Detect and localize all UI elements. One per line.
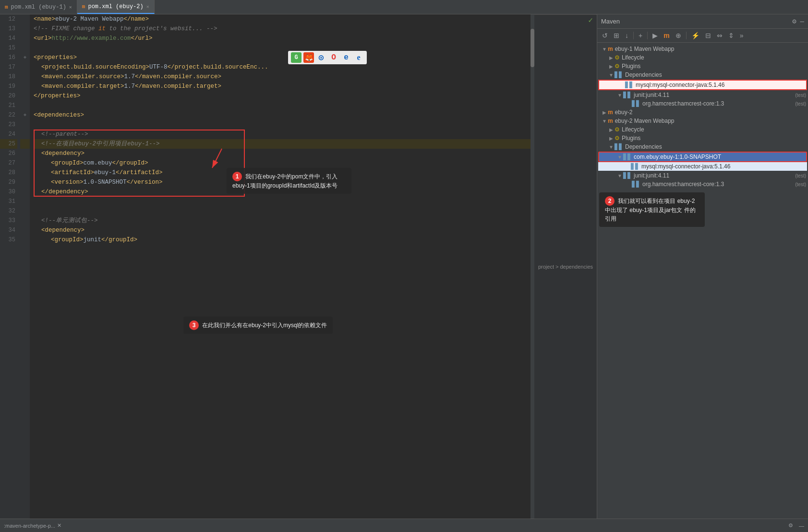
tree-lifecycle-1[interactable]: ⚙ Lifecycle [597,53,808,62]
tree-ebuy1-dep-wrapper: ▋▋ com.ebuy:ebuy-1:1.0-SNAPSHOT ▋▋ mysql… [598,152,807,171]
tree-lifecycle-2[interactable]: ⚙ Lifecycle [597,125,808,134]
tree-junit-2[interactable]: ▋▋ junit:junit:4.11 (test) [597,171,808,180]
maven-icon-ebuy2root: m [608,109,613,116]
dep-icon-junit2: ▋▋ [623,172,632,179]
tree-deps-2[interactable]: ▋▋ Dependencies [597,142,808,151]
tree-label-ebuy1: ebuy-1 Maven Webapp [615,46,806,52]
tree-label-deps1: Dependencies [625,71,806,78]
annotation-number-2: 2 [605,196,615,206]
tree-arrow-ebuy2webapp[interactable] [601,118,608,124]
run-button[interactable]: ▶ [651,31,660,40]
tree-hamcrest-1[interactable]: ▋▋ org.hamcrest:hamcrest-core:1.3 (test) [597,99,808,108]
tree-ebuy1-root[interactable]: m ebuy-1 Maven Webapp [597,45,808,53]
tree-arrow-lifecycle2[interactable] [608,127,615,132]
annotation-text-3: 在此我们并么有在ebuy-2中引入mysql的依赖文件 [202,322,327,329]
code-line-29: <version>1.0-SNAPSHOT</version> [34,177,531,187]
code-line-25: <!--在项目ebuy-2中引用项目ebuy-1--> [34,139,531,149]
bolt-button[interactable]: ⚡ [689,31,701,40]
tree-plugins-1[interactable]: ⚙ Plugins [597,62,808,71]
tree-junit-1[interactable]: ▋▋ junit:junit:4.11 (test) [597,91,808,99]
folder-icon-plugins1: ⚙ [615,63,620,70]
code-line-28: <artifactId>ebuy-1</artifactId> [34,168,531,177]
tree-mysql-ebuy1[interactable]: ▋▋ mysql:mysql-connector-java:5.1.46 [598,80,807,90]
add-button[interactable]: + [637,31,644,40]
maven-icon-2: m [82,4,85,10]
dep-icon-mysql1: ▋▋ [625,82,634,88]
refresh-button[interactable]: ⊞ [612,31,621,40]
gutter-icon[interactable]: ◈ [20,110,30,120]
tree-arrow-plugins1[interactable] [608,64,615,69]
tree-ebuy1-dep[interactable]: ▋▋ com.ebuy:ebuy-1:1.0-SNAPSHOT [598,152,807,162]
dep-icon-2: ▋▋ [615,143,623,150]
code-line-19: <maven.compiler.target>1.7</maven.compil… [34,82,531,91]
status-project[interactable]: :maven-archetype-p... ✕ [4,522,61,529]
tree-arrow-junit2[interactable] [616,173,623,178]
toolbar-sep-1 [633,32,634,39]
tree-deps-1[interactable]: ▋▋ Dependencies [597,71,808,79]
vertical-scrollbar[interactable] [531,14,534,519]
content-area: ✓ G 🦊 ⊙ O e e 12 13 14 15 [0,14,808,519]
status-minimize[interactable]: — [799,523,804,529]
minimize-icon[interactable]: — [800,18,804,25]
tree-arrow-lifecycle1[interactable] [608,55,615,60]
tree-arrow-junit1[interactable] [616,93,623,98]
dep-icon-hamcrest1: ▋▋ [632,100,640,107]
reload-button[interactable]: ↺ [600,31,610,40]
tree-arrow-deps1[interactable] [608,72,615,78]
tab-close-2[interactable]: ✕ [146,4,149,10]
code-line-24: <!--parent--> [34,130,531,139]
more-button[interactable]: » [738,31,746,40]
line-num: 14 [0,34,17,43]
code-line-34: <dependency> [34,225,531,235]
tree-mysql-ebuy2[interactable]: ▋▋ mysql:mysql-connector-java:5.1.46 [598,162,807,171]
grid-button[interactable]: ⊟ [703,31,713,40]
maven-tree[interactable]: m ebuy-1 Maven Webapp ⚙ Lifecycle ⚙ Plug… [597,43,808,519]
tab-close-1[interactable]: ✕ [69,4,72,10]
tree-plugins-2[interactable]: ⚙ Plugins [597,134,808,142]
annotation-3: 3 在此我们并么有在ebuy-2中引入mysql的依赖文件 [183,317,333,334]
align-button[interactable]: ⇔ [715,31,724,40]
scrollbar-thumb[interactable] [531,29,534,67]
download-button[interactable]: ↓ [623,31,630,40]
tree-arrow-ebuy2root[interactable] [601,110,608,115]
code-line-31 [34,197,531,206]
code-line-30: </dependency> [34,187,531,197]
tree-label-hamcrest2: org.hamcrest:hamcrest-core:1.3 [642,181,793,188]
dep-icon-junit1: ▋▋ [623,92,632,98]
tab-ebuy2[interactable]: m pom.xml (ebuy-2) ✕ [77,0,155,14]
status-settings-icon[interactable]: ⚙ [788,522,793,529]
status-minimize-icon[interactable]: — [799,523,804,529]
tab-ebuy1[interactable]: m pom.xml (ebuy-1) ✕ [0,0,77,14]
code-lines[interactable]: <name>ebuy-2 Maven Webapp</name> <!-- FI… [30,14,531,519]
maven-button[interactable]: m [662,31,671,40]
parallel-button[interactable]: ⊕ [674,31,683,40]
breadcrumb: project > dependencies [534,14,597,519]
annotation-2: 2 我们就可以看到在项目 ebuy-2中出现了 ebuy-1项目及jar包文 件… [599,192,705,227]
settings-icon[interactable]: ⚙ [792,17,796,25]
maven-icon-ebuy1: m [608,46,613,52]
tree-hamcrest-2[interactable]: ▋▋ org.hamcrest:hamcrest-core:1.3 (test) [597,180,808,189]
line-num: 15 [0,43,17,53]
tree-label-lifecycle2: Lifecycle [622,126,806,133]
tree-arrow-deps2[interactable] [608,144,615,150]
tree-arrow-ebuy1dep[interactable] [616,154,623,160]
line-num: 18 [0,72,17,82]
align2-button[interactable]: ⇕ [726,31,736,40]
tree-arrow-ebuy1[interactable] [601,47,608,52]
tree-label-mysql1: mysql:mysql-connector-java:5.1.46 [636,82,804,88]
tree-arrow-plugins2[interactable] [608,136,615,141]
code-line-13: <!-- FIXME change it to the project's we… [34,24,531,34]
toolbar-sep-3 [686,32,687,39]
status-settings[interactable]: ⚙ [788,522,793,529]
tree-badge-junit1: (test) [795,93,806,98]
line-num: 33 [0,216,17,225]
dep-icon-1: ▋▋ [615,71,623,78]
line-num: 21 [0,101,17,110]
tree-ebuy2-webapp[interactable]: m ebuy-2 Maven Webapp [597,117,808,125]
code-line-23 [34,120,531,130]
gutter-icon[interactable]: ◈ [20,53,30,62]
status-close-icon[interactable]: ✕ [57,522,61,529]
code-line-15 [34,43,531,53]
tree-ebuy2-root[interactable]: m ebuy-2 [597,108,808,117]
line-num: 34 [0,225,17,235]
